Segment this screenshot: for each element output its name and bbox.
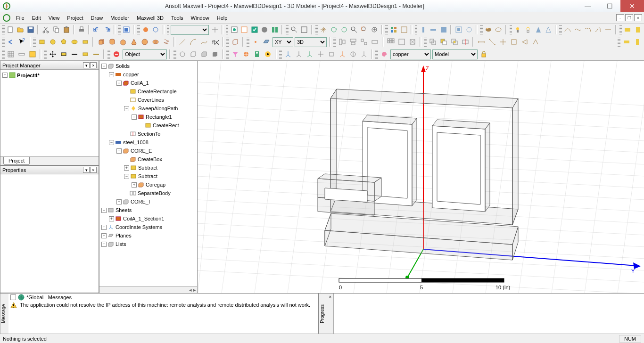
axes-button-2[interactable] (294, 49, 304, 59)
close-button[interactable]: ✕ (620, 0, 644, 12)
tree-coordsys[interactable]: +Coordinate Systems (99, 223, 197, 231)
point-button[interactable] (251, 37, 260, 47)
save-button[interactable] (26, 25, 35, 34)
menu-help[interactable]: Help (213, 14, 231, 22)
expand-icon[interactable]: + (2, 73, 8, 78)
tree-solids[interactable]: −Solids (99, 62, 197, 70)
axes-button-5[interactable] (327, 49, 336, 59)
tb-button-16[interactable] (454, 25, 463, 34)
sel-rect-button[interactable] (59, 49, 68, 59)
bool-split-button[interactable] (461, 37, 470, 47)
draw-spline-button[interactable] (199, 37, 209, 47)
sel-line-button[interactable] (70, 49, 79, 59)
menu-file[interactable]: File (12, 14, 28, 22)
msg-expand-button[interactable]: - (10, 294, 16, 300)
menu-tools[interactable]: Tools (167, 14, 187, 22)
tb-button-17[interactable] (465, 25, 474, 34)
tb-button-7[interactable] (271, 25, 280, 34)
print-button[interactable] (77, 25, 86, 34)
menu-project[interactable]: Project (63, 14, 87, 22)
tree-sheets[interactable]: −Sheets (99, 206, 197, 214)
plane-combo[interactable]: XY (272, 37, 293, 47)
menu-view[interactable]: View (45, 14, 64, 22)
tb-button-18[interactable] (534, 25, 543, 34)
draw-poly-button[interactable] (59, 37, 68, 47)
cut-button[interactable] (41, 25, 50, 34)
tb-button-12[interactable] (400, 25, 409, 34)
tree-createrect2[interactable]: CreateRect (99, 121, 197, 130)
tb-button-r2b[interactable] (408, 37, 417, 47)
tree-coree[interactable]: −CORE_E (99, 147, 197, 155)
lock-button[interactable] (479, 49, 488, 59)
tb-r3-e[interactable] (241, 49, 251, 59)
align-3-button[interactable] (359, 37, 369, 47)
analyze-button[interactable] (250, 25, 259, 34)
align-4-button[interactable] (370, 37, 380, 47)
paste-button[interactable] (62, 25, 71, 34)
bool-intersect-button[interactable] (450, 37, 459, 47)
draw-cone-button[interactable] (129, 37, 139, 47)
tb-r3-g[interactable] (263, 49, 272, 59)
tb-r3-b[interactable] (189, 49, 198, 59)
draw-torus-button[interactable] (151, 37, 160, 47)
tree-lists[interactable]: +Lists (99, 240, 197, 248)
undo-arrow-button[interactable] (6, 37, 16, 47)
measure-2-button[interactable] (487, 37, 497, 47)
draw-circle-button[interactable] (48, 37, 58, 47)
tree-subtract2[interactable]: −Subtract (99, 172, 197, 180)
tree-planes[interactable]: +Planes (99, 231, 197, 240)
minimize-button[interactable]: — (577, 0, 599, 12)
tb-curve-4[interactable] (594, 25, 603, 34)
redo-button[interactable] (103, 25, 112, 34)
tree-copper[interactable]: −copper (99, 70, 197, 79)
expression-combo[interactable] (171, 25, 209, 35)
tree-sectionto[interactable]: SectionTo (99, 130, 197, 138)
pan-button[interactable] (319, 25, 328, 34)
tb-button-13[interactable] (419, 25, 428, 34)
props-close-button[interactable]: × (90, 167, 97, 173)
help-cursor-button[interactable]: ? (17, 37, 26, 47)
copy-button[interactable] (52, 25, 61, 34)
tb-button-8[interactable] (300, 25, 309, 34)
bool-union-button[interactable] (428, 37, 438, 47)
axes-button-3[interactable] (305, 49, 314, 59)
tree-steel[interactable]: −steel_1008 (99, 138, 197, 147)
validate-button[interactable] (230, 25, 239, 34)
render-wire-button[interactable] (494, 25, 503, 34)
menu-edit[interactable]: Edit (28, 14, 45, 22)
tb-button-21[interactable] (634, 25, 643, 34)
draw-eqn-button[interactable]: f(x) (210, 37, 220, 47)
tb-curve-2[interactable] (573, 25, 582, 34)
plane-button[interactable] (262, 37, 271, 47)
tb-r3-a[interactable] (178, 49, 187, 59)
draw-ellipse-button[interactable] (70, 37, 79, 47)
open-button[interactable] (16, 25, 25, 34)
mdi-minimize-button[interactable]: - (616, 14, 624, 21)
zoom-button[interactable] (290, 25, 299, 34)
filter-button[interactable] (231, 49, 240, 59)
tb-r2-end2[interactable] (633, 37, 642, 47)
draw-helix-button[interactable] (162, 37, 171, 47)
tb-button-10[interactable] (350, 25, 359, 34)
pm-pin-button[interactable]: ▾ (83, 62, 90, 68)
rotate-button[interactable] (330, 25, 339, 34)
sel-line2-button[interactable] (91, 49, 101, 59)
measure-4-button[interactable] (509, 37, 519, 47)
menu-modeler[interactable]: Modeler (107, 14, 133, 22)
tb-button-15[interactable] (439, 25, 448, 34)
tree-subtract1[interactable]: +Subtract (99, 163, 197, 172)
bool-subtract-button[interactable] (439, 37, 448, 47)
props-pin-button[interactable]: ▾ (83, 167, 90, 173)
tb-button-11[interactable] (389, 25, 398, 34)
color-button[interactable] (380, 49, 389, 59)
project-node[interactable]: + Project4* (2, 72, 97, 79)
material-combo[interactable]: copper (390, 49, 431, 59)
tree-sweep[interactable]: −SweepAlongPath (99, 104, 197, 113)
new-button[interactable] (6, 25, 15, 34)
axes-button-7[interactable] (348, 49, 358, 59)
viewport-3d[interactable]: Z Y (198, 61, 644, 293)
light-button[interactable] (513, 25, 522, 34)
axes-button-8[interactable] (359, 49, 369, 59)
tb-button-14[interactable] (429, 25, 438, 34)
message-tab[interactable]: Message (0, 294, 8, 334)
